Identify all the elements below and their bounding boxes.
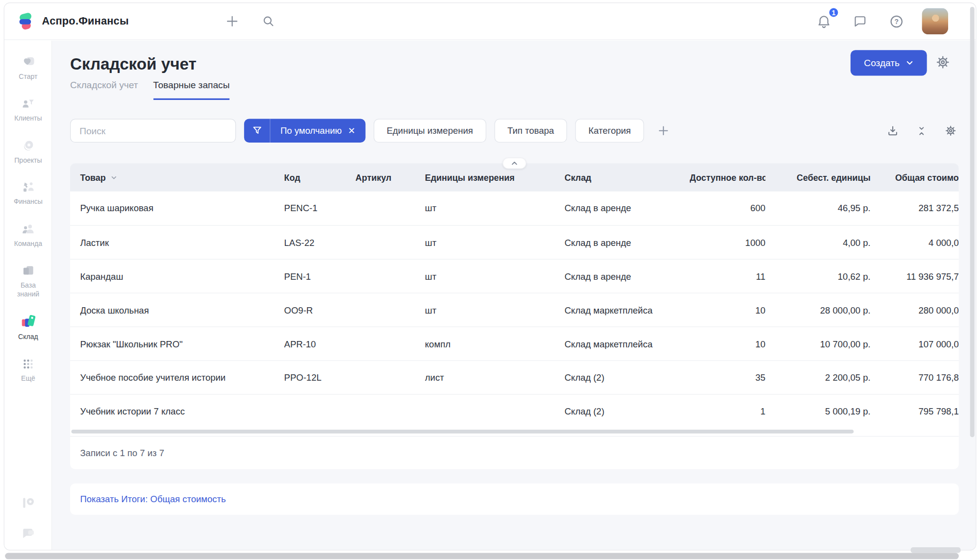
page-title: Складской учет: [70, 54, 197, 74]
search-icon: [261, 14, 275, 28]
clients-icon: [21, 96, 36, 111]
team-icon: [21, 221, 36, 237]
sidebar-item-team[interactable]: Команда: [4, 221, 52, 248]
start-icon: [21, 54, 36, 70]
show-totals-link[interactable]: Показать Итоги: Общая стоимость: [80, 494, 226, 504]
column-header-unit-cost[interactable]: Себест. единицы: [765, 172, 870, 182]
sidebar-item-label: База знаний: [11, 281, 45, 298]
notification-badge: 1: [828, 7, 839, 18]
sidebar-item-finance[interactable]: Финансы: [4, 180, 52, 207]
cell-available-qty: 10: [690, 305, 765, 315]
sidebar-item-label: Команда: [14, 240, 42, 248]
page-tabs: Складской учет Товарные запасы: [70, 79, 229, 100]
table-row[interactable]: Карандаш PEN-1 шт Склад в аренде 11 10,6…: [70, 259, 959, 293]
feedback-icon[interactable]: [20, 525, 36, 541]
table-row[interactable]: Учебное пособие учителя истории PPO-12L …: [70, 360, 959, 394]
chevron-down-icon: [905, 59, 914, 67]
records-summary-row: Записи с 1 по 7 из 7: [70, 436, 959, 469]
cell-total-cost: 280 000,0: [871, 305, 959, 315]
tab-warehouse-accounting[interactable]: Складской учет: [70, 79, 138, 100]
global-search-button[interactable]: [258, 11, 279, 32]
messages-button[interactable]: [849, 11, 870, 32]
column-header-units[interactable]: Единицы измерения: [425, 172, 565, 182]
cell-warehouse: Склад маркетплейса: [564, 305, 689, 315]
cell-product: Ластик: [70, 237, 284, 247]
svg-text:?: ?: [894, 18, 899, 25]
cell-warehouse: Склад в аренде: [564, 237, 689, 247]
table-row[interactable]: Рюкзак "Школьник PRO" APR-10 компл Склад…: [70, 326, 959, 360]
collapse-rows-button[interactable]: [916, 125, 928, 137]
cell-code: PPO-12L: [284, 372, 356, 382]
remove-filter-icon[interactable]: ✕: [348, 126, 365, 136]
help-button[interactable]: ?: [885, 11, 906, 32]
default-filter-chip[interactable]: По умолчанию ✕: [244, 119, 365, 143]
filter-units-button[interactable]: Единицы измерения: [374, 119, 486, 143]
table-row[interactable]: Ручка шариковая PENC-1 шт Склад в аренде…: [70, 192, 959, 225]
table-settings-button[interactable]: [944, 124, 957, 138]
table-row[interactable]: Ластик LAS-22 шт Склад в аренде 1000 4,0…: [70, 225, 959, 259]
table-horizontal-scrollbar: [70, 428, 959, 436]
filter-category-button[interactable]: Категория: [576, 119, 644, 143]
add-filter-button[interactable]: [656, 124, 670, 138]
sidebar-item-knowledge-base[interactable]: База знаний: [4, 263, 52, 298]
totals-card: Показать Итоги: Общая стоимость: [70, 484, 959, 515]
records-summary: Записи с 1 по 7 из 7: [80, 448, 164, 458]
header-actions: 1 ?: [813, 8, 948, 35]
table-row[interactable]: Учебник истории 7 класс Склад (2) 1 5 00…: [70, 394, 959, 428]
tab-stock[interactable]: Товарные запасы: [153, 79, 229, 100]
sidebar-item-start[interactable]: Старт: [4, 54, 52, 81]
column-header-code[interactable]: Код: [284, 172, 356, 182]
cell-units: шт: [425, 203, 565, 213]
brand: Аспро.Финансы: [17, 11, 128, 31]
create-button[interactable]: Создать: [851, 50, 927, 75]
page-settings-button[interactable]: [934, 54, 951, 71]
sidebar-item-label: Старт: [19, 73, 37, 81]
export-button[interactable]: [886, 124, 900, 137]
chevron-up-icon: [511, 160, 518, 167]
main-content: Складской учет Создать Складской учет То…: [52, 41, 976, 550]
cell-warehouse: Склад в аренде: [564, 203, 689, 213]
cell-units: шт: [425, 305, 565, 315]
cell-warehouse: Склад (2): [564, 406, 689, 416]
cell-unit-cost: 10 700,00 р.: [765, 339, 870, 348]
cell-unit-cost: 10,62 р.: [765, 271, 870, 281]
table-body: Ручка шариковая PENC-1 шт Склад в аренде…: [70, 192, 959, 428]
horizontal-scrollbar-thumb[interactable]: [5, 553, 959, 560]
filter-product-type-button[interactable]: Тип товара: [494, 119, 567, 143]
unfold-less-icon: [916, 125, 928, 137]
cell-warehouse: Склад (2): [564, 372, 689, 382]
collapse-table-button[interactable]: [503, 158, 527, 169]
gear-icon: [944, 124, 957, 138]
cell-code: APR-10: [284, 339, 356, 348]
table-row[interactable]: Доска школьная OO9-R шт Склад маркетплей…: [70, 292, 959, 326]
scrollbar-thumb[interactable]: [72, 430, 854, 434]
column-header-product[interactable]: Товар: [70, 172, 284, 182]
column-header-total-cost[interactable]: Общая стоимо: [871, 172, 959, 182]
cell-product: Ручка шариковая: [70, 203, 284, 213]
cell-unit-cost: 28 000,00 р.: [765, 305, 870, 315]
create-button-label: Создать: [864, 57, 900, 68]
cell-code: PENC-1: [284, 203, 356, 213]
notifications-button[interactable]: 1: [813, 11, 834, 32]
vertical-scrollbar-thumb[interactable]: [970, 7, 975, 437]
column-header-label: Товар: [80, 172, 105, 182]
global-add-button[interactable]: [222, 11, 243, 32]
cell-available-qty: 11: [690, 271, 765, 281]
cell-units: лист: [425, 372, 565, 382]
sidebar-item-clients[interactable]: Клиенты: [4, 96, 52, 123]
user-avatar[interactable]: [922, 8, 948, 35]
app-name: Аспро.Финансы: [42, 15, 129, 28]
cell-available-qty: 1000: [690, 237, 765, 247]
column-header-available-qty[interactable]: Доступное кол-во: [690, 172, 765, 182]
funnel-icon: [244, 119, 271, 143]
sidebar-item-warehouse[interactable]: Склад: [4, 314, 52, 341]
sidebar-item-more[interactable]: Ещё: [4, 357, 52, 384]
cell-unit-cost: 4,00 р.: [765, 237, 870, 247]
support-icon[interactable]: [20, 495, 36, 511]
column-header-warehouse[interactable]: Склад: [564, 172, 689, 182]
column-header-sku[interactable]: Артикул: [355, 172, 425, 182]
sidebar-item-projects[interactable]: Проекты: [4, 138, 52, 165]
cell-warehouse: Склад в аренде: [564, 271, 689, 281]
search-input[interactable]: [70, 119, 236, 143]
screen: Аспро.Финансы 1 ?: [0, 0, 980, 560]
